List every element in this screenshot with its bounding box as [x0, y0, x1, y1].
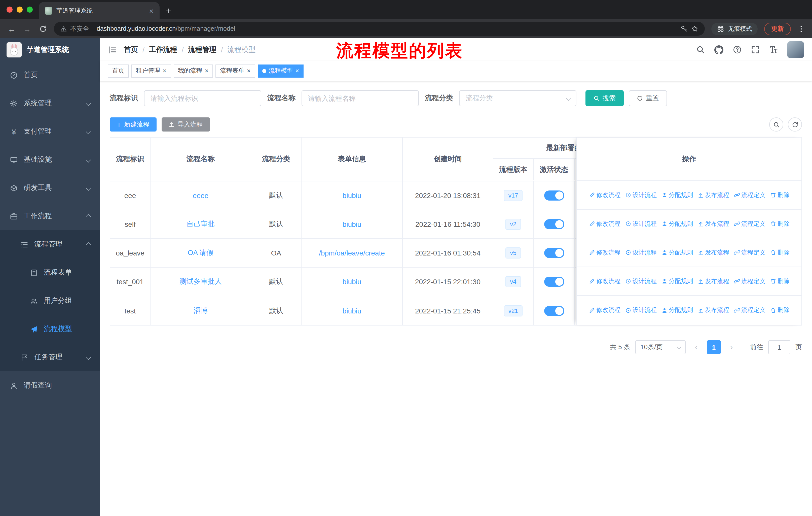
action-design-link[interactable]: 设计流程: [625, 306, 657, 315]
sidebar-item-leave-query[interactable]: 请假查询: [0, 371, 100, 400]
sidebar-item-dev-tools[interactable]: 研发工具: [0, 174, 100, 202]
breadcrumb-item[interactable]: 工作流程: [149, 45, 177, 54]
action-publish-link[interactable]: 发布流程: [697, 277, 729, 286]
password-key-icon[interactable]: [680, 25, 688, 32]
page-number-button[interactable]: 1: [707, 340, 721, 354]
form-link[interactable]: biubiu: [343, 278, 361, 286]
sidebar-item-task-management[interactable]: 任务管理: [0, 343, 100, 371]
process-name-link[interactable]: 测试多审批人: [179, 277, 222, 286]
action-design-link[interactable]: 设计流程: [625, 191, 657, 199]
tag-close-icon[interactable]: ×: [295, 67, 299, 74]
sidebar-item-home[interactable]: 首页: [0, 61, 100, 89]
form-link[interactable]: biubiu: [343, 307, 361, 315]
fullscreen-icon[interactable]: [751, 45, 760, 54]
tab-tag-process-form[interactable]: 流程表单×: [215, 64, 255, 77]
process-name-link[interactable]: OA 请假: [188, 248, 214, 257]
active-status-toggle[interactable]: [544, 277, 564, 287]
tab-tag-my-process[interactable]: 我的流程×: [173, 64, 213, 77]
active-status-toggle[interactable]: [544, 306, 564, 316]
active-status-toggle[interactable]: [544, 248, 564, 258]
sidebar-item-workflow[interactable]: 工作流程: [0, 202, 100, 230]
tag-close-icon[interactable]: ×: [205, 67, 208, 74]
update-button[interactable]: 更新: [764, 22, 791, 35]
action-publish-link[interactable]: 发布流程: [697, 191, 729, 199]
active-status-toggle[interactable]: [544, 190, 564, 200]
action-delete-link[interactable]: 删除: [770, 277, 790, 286]
breadcrumb-item[interactable]: 流程管理: [188, 45, 216, 54]
next-page-button[interactable]: ›: [726, 343, 737, 352]
action-definition-link[interactable]: 流程定义: [734, 306, 765, 315]
action-definition-link[interactable]: 流程定义: [734, 277, 765, 286]
form-link[interactable]: /bpm/oa/leave/create: [319, 249, 385, 257]
action-edit-link[interactable]: 修改流程: [589, 277, 620, 286]
browser-menu-icon[interactable]: [798, 25, 805, 32]
action-design-link[interactable]: 设计流程: [625, 277, 657, 286]
tag-close-icon[interactable]: ×: [247, 67, 251, 74]
action-publish-link[interactable]: 发布流程: [697, 306, 729, 315]
action-assign-link[interactable]: 分配规则: [661, 219, 693, 228]
app-logo[interactable]: 芋道管理系统: [0, 38, 100, 61]
browser-tab[interactable]: 芋道管理系统 ×: [39, 2, 160, 19]
action-edit-link[interactable]: 修改流程: [589, 248, 620, 257]
search-button[interactable]: 搜索: [585, 90, 624, 106]
forward-button[interactable]: →: [23, 24, 32, 33]
create-process-button[interactable]: + 新建流程: [110, 117, 156, 132]
action-edit-link[interactable]: 修改流程: [589, 191, 620, 199]
tag-close-icon[interactable]: ×: [163, 67, 166, 74]
action-definition-link[interactable]: 流程定义: [734, 219, 765, 228]
sidebar-item-process-model[interactable]: 流程模型: [0, 315, 100, 343]
action-assign-link[interactable]: 分配规则: [661, 248, 693, 257]
sidebar-item-user-group[interactable]: 用户分组: [0, 287, 100, 315]
action-design-link[interactable]: 设计流程: [625, 219, 657, 228]
action-definition-link[interactable]: 流程定义: [734, 191, 765, 199]
search-icon[interactable]: [696, 45, 705, 54]
action-design-link[interactable]: 设计流程: [625, 248, 657, 257]
user-avatar[interactable]: [787, 41, 804, 58]
reload-button[interactable]: [38, 25, 47, 32]
sidebar-item-process-form[interactable]: 流程表单: [0, 259, 100, 287]
process-category-select[interactable]: 流程分类: [459, 90, 576, 106]
form-link[interactable]: biubiu: [343, 220, 361, 228]
tab-close-icon[interactable]: ×: [149, 6, 153, 15]
window-zoom-button[interactable]: [27, 6, 33, 12]
sidebar-collapse-icon[interactable]: [108, 45, 117, 54]
tab-tag-process-model[interactable]: 流程模型×: [258, 64, 304, 77]
address-bar[interactable]: 不安全 dashboard.yudao.iocoder.cn/bpm/manag…: [54, 22, 705, 36]
process-name-link[interactable]: 滔博: [194, 306, 208, 315]
process-name-input[interactable]: [301, 90, 419, 106]
help-icon[interactable]: [733, 45, 742, 54]
action-publish-link[interactable]: 发布流程: [697, 248, 729, 257]
window-close-button[interactable]: [6, 6, 12, 12]
toggle-search-button[interactable]: [769, 117, 783, 132]
action-edit-link[interactable]: 修改流程: [589, 219, 620, 228]
prev-page-button[interactable]: ‹: [691, 343, 702, 352]
process-name-link[interactable]: eeee: [193, 191, 208, 199]
goto-page-input[interactable]: [768, 340, 790, 354]
font-size-icon[interactable]: [769, 45, 778, 54]
sidebar-item-infrastructure[interactable]: 基础设施: [0, 146, 100, 174]
action-assign-link[interactable]: 分配规则: [661, 277, 693, 286]
sidebar-item-payment-management[interactable]: ¥支付管理: [0, 117, 100, 146]
tab-tag-tenant[interactable]: 租户管理×: [132, 64, 171, 77]
action-publish-link[interactable]: 发布流程: [697, 219, 729, 228]
new-tab-button[interactable]: +: [166, 5, 171, 17]
window-minimize-button[interactable]: [17, 6, 23, 12]
page-size-select[interactable]: 10条/页: [635, 340, 686, 354]
refresh-table-button[interactable]: [788, 117, 802, 132]
action-delete-link[interactable]: 删除: [770, 248, 790, 257]
sidebar-item-process-management[interactable]: 流程管理: [0, 230, 100, 259]
sidebar-item-system-management[interactable]: 系统管理: [0, 89, 100, 117]
back-button[interactable]: ←: [7, 24, 16, 33]
action-delete-link[interactable]: 删除: [770, 306, 790, 315]
reset-button[interactable]: 重置: [629, 90, 667, 106]
breadcrumb-item[interactable]: 首页: [124, 45, 138, 54]
active-status-toggle[interactable]: [544, 219, 564, 229]
action-delete-link[interactable]: 删除: [770, 191, 790, 199]
github-icon[interactable]: [714, 45, 723, 54]
form-link[interactable]: biubiu: [343, 191, 361, 199]
action-assign-link[interactable]: 分配规则: [661, 306, 693, 315]
import-process-button[interactable]: 导入流程: [162, 117, 210, 132]
action-edit-link[interactable]: 修改流程: [589, 306, 620, 315]
action-delete-link[interactable]: 删除: [770, 219, 790, 228]
process-key-input[interactable]: [144, 90, 261, 106]
